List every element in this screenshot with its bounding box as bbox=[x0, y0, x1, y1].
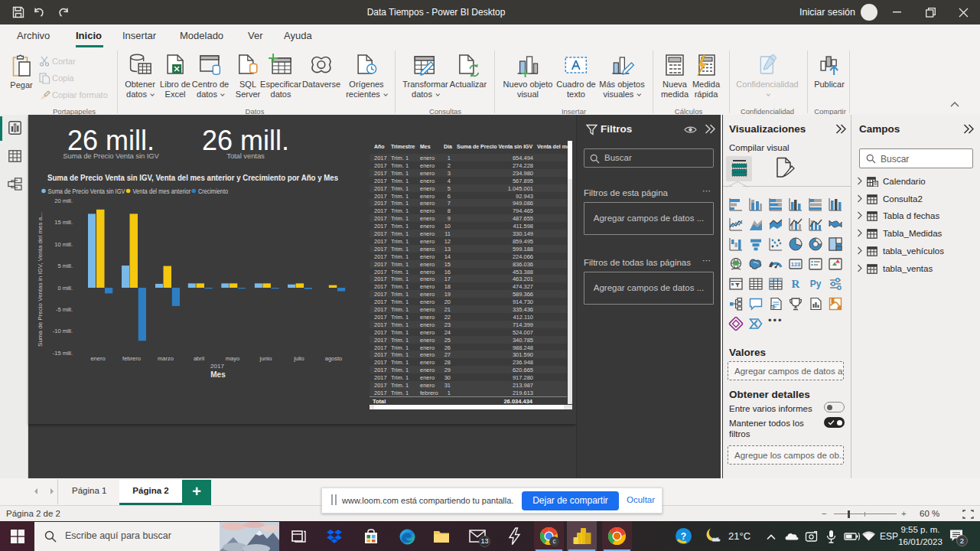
svg-text:Suma de Precio Venta sin IGV,: Suma de Precio Venta sin IGV, Venta del … bbox=[47, 173, 338, 182]
svg-text:julio: julio bbox=[293, 355, 304, 362]
svg-text:junio: junio bbox=[259, 355, 272, 362]
svg-text:10 mill.: 10 mill. bbox=[54, 241, 73, 248]
svg-text:123: 123 bbox=[791, 261, 801, 268]
svg-text:5 mill.: 5 mill. bbox=[57, 262, 73, 269]
svg-text:mayo: mayo bbox=[226, 355, 239, 362]
svg-text:Venta del mes anterior: Venta del mes anterior bbox=[132, 188, 190, 195]
svg-text:Mes: Mes bbox=[210, 370, 226, 379]
svg-text:enero: enero bbox=[90, 355, 105, 362]
svg-text:R: R bbox=[792, 278, 800, 290]
svg-text:Py: Py bbox=[810, 279, 822, 289]
svg-text:-5 mill.: -5 mill. bbox=[56, 306, 73, 313]
svg-text:Suma de Precio Venta sin IGV: Suma de Precio Venta sin IGV bbox=[48, 188, 125, 195]
svg-text:15 mill.: 15 mill. bbox=[54, 219, 73, 226]
svg-text:?: ? bbox=[681, 531, 686, 542]
svg-text:Crecimiento: Crecimiento bbox=[198, 188, 228, 195]
svg-text:marzo: marzo bbox=[158, 355, 174, 362]
svg-text:abril: abril bbox=[194, 355, 205, 362]
svg-text:Suma de Precio Ventas in IGV,: Suma de Precio Ventas in IGV, Venta del … bbox=[37, 212, 44, 347]
svg-text:febrero: febrero bbox=[122, 355, 141, 362]
svg-text:0 mill.: 0 mill. bbox=[57, 285, 73, 292]
svg-text:-10 mill.: -10 mill. bbox=[53, 328, 73, 334]
svg-text:-15 mill.: -15 mill. bbox=[53, 350, 73, 357]
svg-text:2017: 2017 bbox=[210, 363, 224, 370]
svg-text:20 mill.: 20 mill. bbox=[54, 197, 73, 204]
svg-text:agosto: agosto bbox=[325, 355, 343, 362]
